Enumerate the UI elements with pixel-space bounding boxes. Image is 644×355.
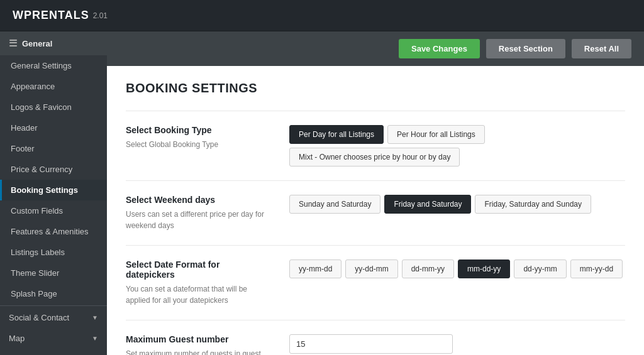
top-bar: WPRENTALS 2.01 <box>0 0 644 31</box>
sidebar-item-listings-labels[interactable]: Listings Labels <box>0 242 107 263</box>
sidebar-item-appearance[interactable]: Appearance <box>0 76 107 97</box>
app-logo: WPRENTALS <box>13 9 89 22</box>
chevron-down-icon: ▼ <box>92 335 98 342</box>
booking-type-controls: Per Day for all Listings Per Hour for al… <box>289 125 625 167</box>
content-area: Save Changes Reset Section Reset All BOO… <box>107 31 644 355</box>
sidebar-item-theme-slider[interactable]: Theme Slider <box>0 263 107 283</box>
sidebar-item-header[interactable]: Header <box>0 117 107 138</box>
app-version: 2.01 <box>93 11 108 20</box>
max-guests-description: Set maximum number of guests in guest dr… <box>126 348 270 355</box>
sidebar-item-map[interactable]: Map ▼ <box>0 328 107 349</box>
booking-type-heading: Select Booking Type <box>126 125 270 135</box>
weekend-days-description: Users can set a different price per day … <box>126 209 270 231</box>
reset-all-button[interactable]: Reset All <box>572 39 631 58</box>
booking-type-per-day[interactable]: Per Day for all Listings <box>289 125 384 144</box>
date-format-label-col: Select Date Format for datepickers You c… <box>126 259 270 306</box>
weekend-fri-sat[interactable]: Friday and Saturday <box>384 195 471 214</box>
date-format-dd-mm-yy[interactable]: dd-mm-yy <box>402 259 454 278</box>
date-format-mm-dd-yy[interactable]: mm-dd-yy <box>458 259 510 278</box>
sidebar-item-booking-settings[interactable]: Booking Settings <box>0 180 107 200</box>
date-format-controls: yy-mm-dd yy-dd-mm dd-mm-yy mm-dd-yy dd-y… <box>289 259 625 278</box>
date-format-yy-mm-dd[interactable]: yy-mm-dd <box>289 259 341 278</box>
weekend-days-heading: Select Weekend days <box>126 195 270 205</box>
date-format-dd-yy-mm[interactable]: dd-yy-mm <box>514 259 566 278</box>
page-title: BOOKING SETTINGS <box>126 81 625 96</box>
sidebar-item-footer[interactable]: Footer <box>0 138 107 159</box>
booking-type-mixt[interactable]: Mixt - Owner chooses price by hour or by… <box>289 148 460 167</box>
sidebar-section-label: General <box>22 39 52 48</box>
sidebar-item-social-contact[interactable]: Social & Contact ▼ <box>0 307 107 328</box>
weekend-fri-sat-sun[interactable]: Friday, Saturday and Sunday <box>475 195 591 214</box>
reset-section-button[interactable]: Reset Section <box>486 39 565 58</box>
sidebar-item-design[interactable]: Design ▼ <box>0 349 107 355</box>
weekend-days-section: Select Weekend days Users can set a diff… <box>126 180 625 245</box>
date-format-section: Select Date Format for datepickers You c… <box>126 245 625 320</box>
sidebar-item-price-currency[interactable]: Price & Currency <box>0 159 107 180</box>
date-format-yy-dd-mm[interactable]: yy-dd-mm <box>345 259 397 278</box>
booking-type-description: Select Global Booking Type <box>126 139 270 150</box>
max-guests-label-col: Maximum Guest number Set maximum number … <box>126 334 270 355</box>
max-guests-section: Maximum Guest number Set maximum number … <box>126 320 625 355</box>
weekend-sun-sat[interactable]: Sunday and Saturday <box>289 195 380 214</box>
main-content: BOOKING SETTINGS Select Booking Type Sel… <box>107 66 644 355</box>
booking-type-label-col: Select Booking Type Select Global Bookin… <box>126 125 270 150</box>
sidebar-item-custom-fields[interactable]: Custom Fields <box>0 200 107 221</box>
sidebar: ☰ General General Settings Appearance Lo… <box>0 31 107 355</box>
sidebar-item-features-amenities[interactable]: Features & Amenities <box>0 221 107 242</box>
sidebar-item-logos-favicon[interactable]: Logos & Favicon <box>0 97 107 117</box>
sidebar-divider <box>0 305 107 306</box>
weekend-days-label-col: Select Weekend days Users can set a diff… <box>126 195 270 231</box>
sidebar-section-general[interactable]: ☰ General <box>0 31 107 55</box>
booking-type-section: Select Booking Type Select Global Bookin… <box>126 111 625 180</box>
booking-type-per-hour[interactable]: Per Hour for all Listings <box>387 125 485 144</box>
date-format-heading: Select Date Format for datepickers <box>126 259 270 280</box>
action-bar: Save Changes Reset Section Reset All <box>107 31 644 66</box>
chevron-down-icon: ▼ <box>92 314 98 321</box>
sidebar-item-general-settings[interactable]: General Settings <box>0 55 107 76</box>
save-button[interactable]: Save Changes <box>399 39 480 58</box>
date-format-mm-yy-dd[interactable]: mm-yy-dd <box>570 259 623 278</box>
date-format-description: You can set a dateformat that will be ap… <box>126 283 270 306</box>
max-guests-input[interactable] <box>289 334 453 354</box>
weekend-days-controls: Sunday and Saturday Friday and Saturday … <box>289 195 625 214</box>
sidebar-item-splash-page[interactable]: Splash Page <box>0 283 107 304</box>
max-guests-controls <box>289 334 625 354</box>
max-guests-heading: Maximum Guest number <box>126 334 270 344</box>
general-icon: ☰ <box>9 38 17 49</box>
